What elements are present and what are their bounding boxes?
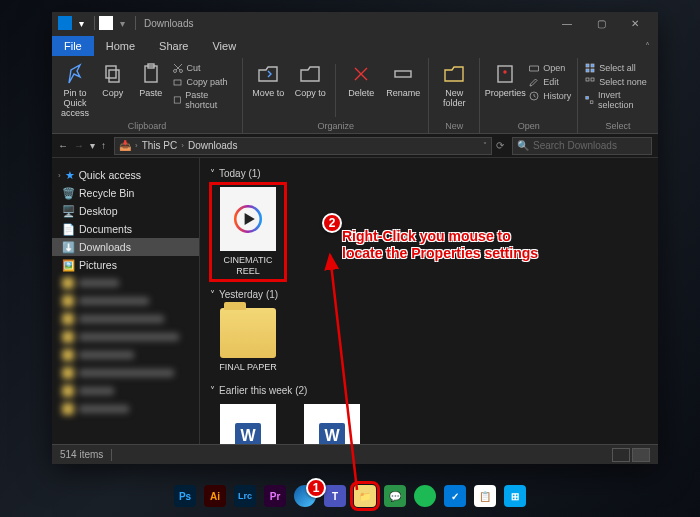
annotation-badge-1: 1 [306,478,326,498]
edit-button[interactable]: Edit [528,76,571,88]
history-icon [528,90,540,102]
video-file-icon [220,187,276,251]
taskbar-illustrator[interactable]: Ai [204,485,226,507]
select-none-button[interactable]: Select none [584,76,652,88]
ribbon-tabs: File Home Share View ˄ [52,34,658,58]
select-none-icon [584,76,596,88]
file-cinematic-reel[interactable]: CINEMATIC REEL [214,187,282,277]
tab-view[interactable]: View [200,36,248,56]
search-input[interactable]: 🔍 Search Downloads [512,137,652,155]
maximize-button[interactable]: ▢ [584,18,618,29]
tab-home[interactable]: Home [94,36,147,56]
address-bar: ← → ▾ ↑ 📥 › This PC › Downloads ˅ ⟳ 🔍 Se… [52,134,658,158]
crumb-this-pc[interactable]: This PC [142,140,178,151]
window-title: Downloads [144,18,193,29]
annotation-badge-2: 2 [322,213,342,233]
taskbar-photoshop[interactable]: Ps [174,485,196,507]
new-folder-icon [442,62,466,86]
delete-button[interactable]: Delete [342,60,380,121]
view-details-button[interactable] [612,448,630,462]
tab-file[interactable]: File [52,36,94,56]
group-open-label: Open [486,121,571,133]
file-docx-2[interactable] [298,404,366,444]
taskbar-messages[interactable]: 💬 [384,485,406,507]
nav-recent-button[interactable]: ▾ [90,140,95,151]
tab-share[interactable]: Share [147,36,200,56]
view-icons-button[interactable] [632,448,650,462]
new-folder-button[interactable]: New folder [435,60,473,121]
paste-icon [139,62,163,86]
minimize-button[interactable]: — [550,18,584,29]
pictures-icon: 🖼️ [62,259,74,271]
svg-rect-17 [591,78,594,81]
nav-back-button[interactable]: ← [58,140,68,151]
ribbon-collapse-icon[interactable]: ˄ [645,41,658,52]
taskbar-lightroom[interactable]: Lrc [234,485,256,507]
svg-rect-7 [174,97,180,103]
svg-rect-16 [586,78,589,81]
shortcut-icon [172,94,183,106]
copy-icon [101,62,125,86]
paste-button[interactable]: Paste [134,60,168,121]
open-button[interactable]: Open [528,62,571,74]
taskbar-app2[interactable]: 📋 [474,485,496,507]
sidebar-item-pictures[interactable]: 🖼️Pictures [52,256,199,274]
word-file-icon [220,404,276,444]
status-bar: 514 items [52,444,658,464]
rename-button[interactable]: Rename [384,60,422,121]
move-to-button[interactable]: Move to [249,60,287,121]
chevron-right-icon: › [58,171,61,180]
taskbar-premiere[interactable]: Pr [264,485,286,507]
taskbar-file-explorer[interactable]: 📁 [354,485,376,507]
copy-path-button[interactable]: Copy path [172,76,237,88]
qat-caret-icon[interactable]: ▾ [115,16,129,30]
svg-rect-18 [586,96,589,99]
history-button[interactable]: History [528,90,571,102]
group-header-today[interactable]: ˅Today (1) [206,166,652,181]
pin-quick-access-button[interactable]: Pin to Quick access [58,60,92,121]
cut-button[interactable]: Cut [172,62,237,74]
desktop-icon: 🖥️ [62,205,74,217]
invert-selection-button[interactable]: Invert selection [584,90,652,110]
group-header-yesterday[interactable]: ˅Yesterday (1) [206,287,652,302]
downloads-icon: ⬇️ [62,241,74,253]
qat-down-icon[interactable]: ▾ [74,16,88,30]
crumb-downloads[interactable]: Downloads [188,140,237,151]
sidebar-item-documents[interactable]: 📄Documents [52,220,199,238]
copy-button[interactable]: Copy [96,60,130,121]
chevron-down-icon: ˅ [210,289,215,300]
navigation-pane: › ★ Quick access 🗑️Recycle Bin 🖥️Desktop… [52,158,200,444]
svg-rect-9 [498,66,512,82]
folder-final-paper[interactable]: FINAL PAPER [214,308,282,373]
group-header-earlier[interactable]: ˅Earlier this week (2) [206,383,652,398]
svg-rect-1 [106,66,116,78]
star-icon: ★ [65,169,75,181]
edit-icon [528,76,540,88]
taskbar-teams[interactable]: T [324,485,346,507]
svg-rect-12 [586,64,589,67]
nav-forward-button[interactable]: → [74,140,84,151]
quick-access-header[interactable]: › ★ Quick access [52,166,199,184]
svg-marker-21 [245,213,255,225]
copy-to-button[interactable]: Copy to [291,60,329,121]
paste-shortcut-button[interactable]: Paste shortcut [172,90,237,110]
file-docx-1[interactable] [214,404,282,444]
breadcrumb[interactable]: 📥 › This PC › Downloads ˅ [114,137,492,155]
taskbar-app3[interactable]: ⊞ [504,485,526,507]
group-organize-label: Organize [249,121,422,133]
nav-up-button[interactable]: ↑ [101,140,106,151]
sidebar-item-desktop[interactable]: 🖥️Desktop [52,202,199,220]
refresh-button[interactable]: ⟳ [496,140,504,151]
select-all-button[interactable]: Select all [584,62,652,74]
qat-new-icon[interactable] [99,16,113,30]
close-button[interactable]: ✕ [618,18,652,29]
sidebar-item-downloads[interactable]: ⬇️Downloads [52,238,199,256]
taskbar-app1[interactable]: ✓ [444,485,466,507]
group-clipboard-label: Clipboard [58,121,236,133]
folder-icon: 📥 [119,140,131,151]
file-list: ˅Today (1) CINEMATIC REEL ˅Yesterday (1) [200,158,658,444]
taskbar-spotify[interactable] [414,485,436,507]
properties-button[interactable]: Properties [486,60,524,121]
recycle-bin-icon: 🗑️ [62,187,74,199]
sidebar-item-recycle-bin[interactable]: 🗑️Recycle Bin [52,184,199,202]
